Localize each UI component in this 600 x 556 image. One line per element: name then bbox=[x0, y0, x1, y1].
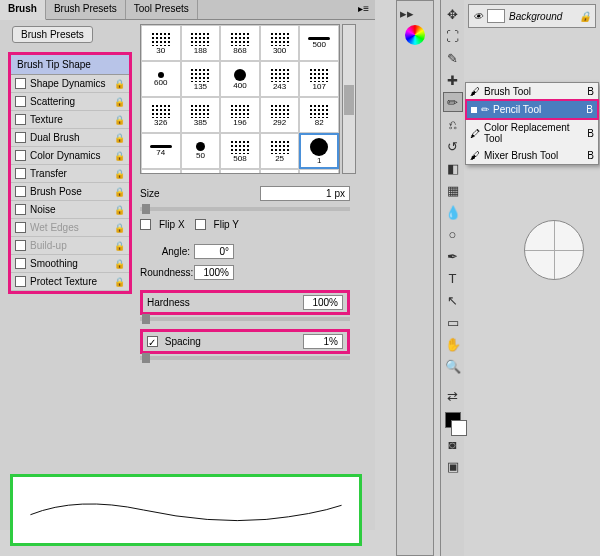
checkbox[interactable] bbox=[15, 276, 26, 287]
checkbox[interactable] bbox=[15, 96, 26, 107]
background-swatch[interactable] bbox=[451, 420, 467, 436]
panel-menu-icon[interactable]: ▸≡ bbox=[352, 0, 375, 19]
visibility-icon[interactable]: 👁 bbox=[473, 11, 483, 22]
brush-cell[interactable]: 196 bbox=[220, 97, 260, 133]
checkbox[interactable] bbox=[15, 150, 26, 161]
screenmode-icon[interactable]: ▣ bbox=[443, 456, 463, 476]
option-scattering[interactable]: Scattering🔒 bbox=[11, 93, 129, 111]
flyout-brush-tool[interactable]: 🖌Brush ToolB bbox=[466, 83, 598, 100]
size-slider[interactable] bbox=[140, 207, 350, 211]
checkbox[interactable] bbox=[15, 204, 26, 215]
brush-cell[interactable]: 50 bbox=[181, 133, 221, 169]
menu-icon[interactable]: ▸▸ bbox=[397, 3, 417, 23]
quickmask-icon[interactable]: ◙ bbox=[443, 434, 463, 454]
lock-icon[interactable]: 🔒 bbox=[114, 79, 125, 89]
checkbox[interactable] bbox=[15, 258, 26, 269]
option-color-dynamics[interactable]: Color Dynamics🔒 bbox=[11, 147, 129, 165]
eraser-tool-icon[interactable]: ◧ bbox=[443, 158, 463, 178]
type-tool-icon[interactable]: T bbox=[443, 268, 463, 288]
dodge-tool-icon[interactable]: ○ bbox=[443, 224, 463, 244]
tab-tool-presets[interactable]: Tool Presets bbox=[126, 0, 198, 19]
angle-input[interactable]: 0° bbox=[194, 244, 234, 259]
brush-cell[interactable]: 188 bbox=[181, 25, 221, 61]
brush-cell[interactable]: 107 bbox=[299, 61, 339, 97]
brush-cell[interactable]: 20 bbox=[141, 169, 181, 174]
flip-y-checkbox[interactable] bbox=[195, 219, 206, 230]
zoom-tool-icon[interactable]: 🔍 bbox=[443, 356, 463, 376]
size-input[interactable]: 1 px bbox=[260, 186, 350, 201]
checkbox[interactable] bbox=[15, 114, 26, 125]
brush-cell[interactable]: 30 bbox=[141, 25, 181, 61]
hand-tool-icon[interactable]: ✋ bbox=[443, 334, 463, 354]
layer-row-background[interactable]: 👁 Background 🔒 bbox=[468, 4, 596, 28]
brush-tip-shape-header[interactable]: Brush Tip Shape bbox=[11, 55, 129, 75]
lock-icon[interactable]: 🔒 bbox=[114, 133, 125, 143]
checkbox[interactable] bbox=[15, 132, 26, 143]
checkbox[interactable] bbox=[15, 78, 26, 89]
brush-cell[interactable]: 82 bbox=[299, 97, 339, 133]
crop-tool-icon[interactable]: ⛶ bbox=[443, 26, 463, 46]
flyout-pencil-tool[interactable]: ✏Pencil ToolB bbox=[465, 99, 599, 120]
move-tool-icon[interactable]: ✥ bbox=[443, 4, 463, 24]
lock-icon[interactable]: 🔒 bbox=[114, 151, 125, 161]
brush-cell[interactable]: 385 bbox=[181, 97, 221, 133]
brush-cell[interactable]: 25 bbox=[260, 133, 300, 169]
angle-widget[interactable] bbox=[524, 220, 584, 280]
brush-cell[interactable]: 326 bbox=[141, 97, 181, 133]
flyout-color-replacement-tool[interactable]: 🖍Color Replacement ToolB bbox=[466, 119, 598, 147]
brush-cell[interactable]: 1 bbox=[299, 169, 339, 174]
lock-icon[interactable]: 🔒 bbox=[114, 205, 125, 215]
roundness-input[interactable]: 100% bbox=[194, 265, 234, 280]
blur-tool-icon[interactable]: 💧 bbox=[443, 202, 463, 222]
healing-tool-icon[interactable]: ✚ bbox=[443, 70, 463, 90]
option-dual-brush[interactable]: Dual Brush🔒 bbox=[11, 129, 129, 147]
gradient-tool-icon[interactable]: ▦ bbox=[443, 180, 463, 200]
lock-icon[interactable]: 🔒 bbox=[114, 277, 125, 287]
shape-tool-icon[interactable]: ▭ bbox=[443, 312, 463, 332]
brush-cell[interactable]: 600 bbox=[141, 61, 181, 97]
brush-cell[interactable]: 112 bbox=[260, 169, 300, 174]
option-shape-dynamics[interactable]: Shape Dynamics🔒 bbox=[11, 75, 129, 93]
pencil-tool-icon[interactable]: ✏ bbox=[443, 92, 463, 112]
brush-cell[interactable]: 10 bbox=[181, 169, 221, 174]
brush-presets-button[interactable]: Brush Presets bbox=[12, 26, 93, 43]
spacing-slider[interactable] bbox=[140, 356, 350, 360]
brush-cell[interactable]: 292 bbox=[260, 97, 300, 133]
eyedropper-tool-icon[interactable]: ✎ bbox=[443, 48, 463, 68]
brush-cell[interactable]: 243 bbox=[260, 61, 300, 97]
brush-cell[interactable]: 74 bbox=[141, 133, 181, 169]
lock-icon[interactable]: 🔒 bbox=[114, 259, 125, 269]
tab-brush[interactable]: Brush bbox=[0, 0, 46, 20]
option-protect-texture[interactable]: Protect Texture🔒 bbox=[11, 273, 129, 291]
hardness-slider[interactable] bbox=[140, 317, 350, 321]
flyout-mixer-brush-tool[interactable]: 🖌Mixer Brush ToolB bbox=[466, 147, 598, 164]
color-wheel-icon[interactable] bbox=[405, 25, 425, 45]
brush-cell[interactable]: 500 bbox=[299, 25, 339, 61]
brush-cell[interactable]: 135 bbox=[181, 61, 221, 97]
scrollbar[interactable] bbox=[342, 24, 356, 174]
brush-tip-grid[interactable]: 3018886830050060013540024310732638519629… bbox=[140, 24, 340, 174]
hardness-input[interactable]: 100% bbox=[303, 295, 343, 310]
brush-cell[interactable]: 400 bbox=[220, 61, 260, 97]
brush-cell[interactable]: 1 bbox=[299, 133, 339, 169]
tab-brush-presets[interactable]: Brush Presets bbox=[46, 0, 126, 19]
lock-icon[interactable]: 🔒 bbox=[114, 115, 125, 125]
spacing-input[interactable]: 1% bbox=[303, 334, 343, 349]
path-select-tool-icon[interactable]: ↖ bbox=[443, 290, 463, 310]
stamp-tool-icon[interactable]: ⎌ bbox=[443, 114, 463, 134]
lock-icon[interactable]: 🔒 bbox=[114, 169, 125, 179]
spacing-checkbox[interactable]: ✓ bbox=[147, 336, 158, 347]
brush-cell[interactable]: 300 bbox=[260, 25, 300, 61]
lock-icon[interactable]: 🔒 bbox=[114, 187, 125, 197]
option-noise[interactable]: Noise🔒 bbox=[11, 201, 129, 219]
brush-cell[interactable]: 508 bbox=[220, 133, 260, 169]
checkbox[interactable] bbox=[15, 186, 26, 197]
option-smoothing[interactable]: Smoothing🔒 bbox=[11, 255, 129, 273]
layer-name[interactable]: Background bbox=[509, 11, 562, 22]
pen-tool-icon[interactable]: ✒ bbox=[443, 246, 463, 266]
option-texture[interactable]: Texture🔒 bbox=[11, 111, 129, 129]
checkbox[interactable] bbox=[15, 168, 26, 179]
brush-cell[interactable]: 25 bbox=[220, 169, 260, 174]
brush-cell[interactable]: 868 bbox=[220, 25, 260, 61]
swap-colors-icon[interactable]: ⇄ bbox=[443, 386, 463, 406]
